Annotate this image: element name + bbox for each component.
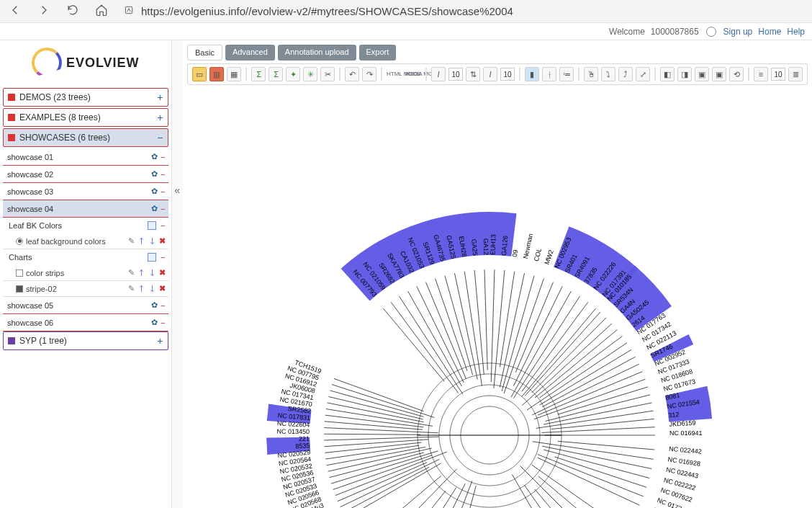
edit-icon[interactable]: ✎ [128, 284, 135, 293]
zoom-out-icon[interactable]: ⤵ [601, 67, 615, 81]
site-info-icon[interactable] [124, 5, 134, 17]
scissors-icon[interactable]: ✂ [320, 67, 335, 81]
tree-gear-icon[interactable]: ✿ [151, 169, 158, 179]
edit-icon[interactable]: ✎ [128, 268, 135, 277]
box-target-4-icon[interactable]: ▣ [712, 67, 726, 81]
tree-item-showcase-03[interactable]: showcase 03 ✿− [3, 183, 168, 200]
tree-item-showcase-01[interactable]: showcase 01 ✿− [3, 148, 168, 166]
html-mode-label[interactable]: HTML MODE [387, 71, 402, 77]
dataset-toggle-icon[interactable] [148, 221, 156, 230]
help-link[interactable]: Help [787, 27, 805, 37]
dataset-collapse-icon[interactable]: − [161, 253, 165, 262]
ruler-icon[interactable]: ⟊ [542, 67, 556, 81]
dataset-group-leafbk[interactable]: Leaf BK Colors − [3, 218, 168, 233]
down-icon[interactable]: 🡓 [148, 269, 156, 277]
checkbox-icon[interactable] [16, 285, 23, 293]
tree-gear-icon[interactable]: ✿ [151, 318, 158, 327]
collapse-icon[interactable]: − [157, 133, 163, 143]
redo-icon[interactable]: ↷ [362, 67, 376, 81]
reset-view-icon[interactable]: ⟲ [729, 67, 744, 81]
layout-icon-2[interactable]: ▦ [227, 67, 241, 81]
mouse-icon[interactable]: 🖱 [584, 67, 598, 81]
radio-icon[interactable] [16, 238, 23, 245]
url-text[interactable]: https://evolgenius.info//evolview-v2/#my… [141, 5, 513, 17]
expand-icon[interactable]: + [157, 336, 163, 346]
layout-icon-1[interactable]: ▥ [209, 67, 224, 81]
box-target-2-icon[interactable]: ◨ [677, 67, 692, 81]
down-icon[interactable]: 🡓 [148, 285, 156, 293]
forward-button[interactable] [37, 4, 50, 19]
tree-style-circle-icon[interactable]: ✦ [286, 67, 300, 81]
tree-style-rect-icon[interactable]: ⵉ [251, 67, 266, 81]
font-italic-icon-2[interactable]: I [483, 67, 497, 81]
font-size-field-2[interactable]: 10 [500, 68, 515, 81]
up-icon[interactable]: 🡑 [137, 269, 145, 277]
tree-gear-icon[interactable]: ✿ [151, 204, 158, 213]
tab-advanced[interactable]: Advanced [225, 45, 275, 61]
undo-icon[interactable]: ↶ [345, 67, 359, 81]
tree-remove-icon[interactable]: − [161, 153, 165, 161]
language-icon[interactable] [706, 27, 716, 37]
tree-remove-icon[interactable]: − [161, 318, 165, 327]
delete-icon[interactable]: ✖ [159, 284, 166, 293]
tab-annotation-upload[interactable]: Annotation upload [278, 45, 356, 61]
spinner-icon[interactable]: ⇅ [466, 67, 480, 81]
font-size-field-1[interactable]: 10 [448, 68, 463, 81]
tree-gear-icon[interactable]: ✿ [151, 300, 158, 310]
zoom-in-icon[interactable]: ⤴ [618, 67, 633, 81]
branch-width-icon[interactable]: ≡ [754, 67, 768, 81]
reload-button[interactable] [66, 4, 79, 19]
up-icon[interactable]: 🡑 [137, 285, 145, 293]
tree-canvas[interactable]: TCH1519NC 007795NC 016912JK06008NC 01734… [187, 89, 808, 508]
checkbox-icon[interactable] [16, 269, 23, 277]
edit-icon[interactable]: ✎ [128, 236, 135, 246]
tree-style-slanted-icon[interactable]: ⵉ [269, 67, 283, 81]
project-showcases[interactable]: SHOWCASES (6 trees) − [3, 128, 168, 147]
signup-link[interactable]: Sign up [723, 27, 753, 37]
zoom-fit-icon[interactable]: ⤢ [636, 67, 650, 81]
project-syp[interactable]: SYP (1 tree) + [3, 331, 168, 350]
expand-icon[interactable]: + [157, 92, 163, 102]
tab-export[interactable]: Export [359, 45, 397, 61]
branch-color-icon[interactable]: ≣ [788, 67, 803, 81]
back-button[interactable] [9, 4, 22, 19]
up-icon[interactable]: 🡑 [137, 237, 145, 246]
project-examples[interactable]: EXAMPLES (8 trees) + [3, 108, 168, 127]
tree-remove-icon[interactable]: − [161, 205, 165, 213]
box-target-3-icon[interactable]: ▣ [695, 67, 709, 81]
tree-remove-icon[interactable]: − [161, 170, 165, 179]
expand-icon[interactable]: + [157, 112, 163, 122]
tree-item-showcase-02[interactable]: showcase 02 ✿− [3, 166, 168, 183]
box-target-1-icon[interactable]: ◧ [660, 67, 675, 81]
tree-remove-icon[interactable]: − [161, 301, 165, 310]
font-italic-icon[interactable]: I [431, 67, 446, 81]
highlight-icon[interactable]: ▮ [525, 67, 539, 81]
home-link[interactable]: Home [758, 27, 781, 37]
open-folder-icon[interactable]: ▭ [192, 67, 207, 81]
dataset-item-stripe-02[interactable]: stripe-02 ✎ 🡑 🡓 ✖ [3, 281, 168, 297]
delete-icon[interactable]: ✖ [159, 236, 166, 246]
dataset-toggle-icon[interactable] [148, 253, 156, 262]
delete-icon[interactable]: ✖ [159, 268, 166, 277]
branch-width-field[interactable]: 10 [771, 68, 785, 81]
align-icon[interactable]: ≔ [559, 67, 574, 81]
dataset-item-leaf-background-colors[interactable]: leaf background colors ✎ 🡑 🡓 ✖ [3, 233, 168, 249]
project-demos[interactable]: DEMOS (23 trees) + [3, 88, 168, 107]
tree-item-showcase-04[interactable]: showcase 04 ✿− [3, 200, 168, 218]
tree-item-showcase-06[interactable]: showcase 06 ✿− [3, 314, 168, 331]
dataset-collapse-icon[interactable]: − [161, 221, 165, 230]
tree-item-showcase-05[interactable]: showcase 05 ✿− [3, 297, 168, 314]
tree-remove-icon[interactable]: − [161, 187, 165, 196]
tab-basic[interactable]: Basic [187, 45, 222, 61]
tree-gear-icon[interactable]: ✿ [151, 152, 158, 161]
svg-line-26 [324, 434, 420, 435]
tree-gear-icon[interactable]: ✿ [151, 187, 158, 196]
down-icon[interactable]: 🡓 [148, 237, 156, 246]
svg-text:312: 312 [668, 411, 680, 419]
dataset-item-color-strips[interactable]: color strips ✎ 🡑 🡓 ✖ [3, 265, 168, 281]
home-button-browser[interactable] [95, 4, 108, 19]
tree-style-radial-icon[interactable]: ✳ [303, 67, 317, 81]
mega-mode-label[interactable]: MEGA MODE [405, 71, 421, 77]
dataset-group-charts[interactable]: Charts − [3, 249, 168, 265]
sidebar-collapse-handle[interactable]: « [172, 40, 184, 508]
